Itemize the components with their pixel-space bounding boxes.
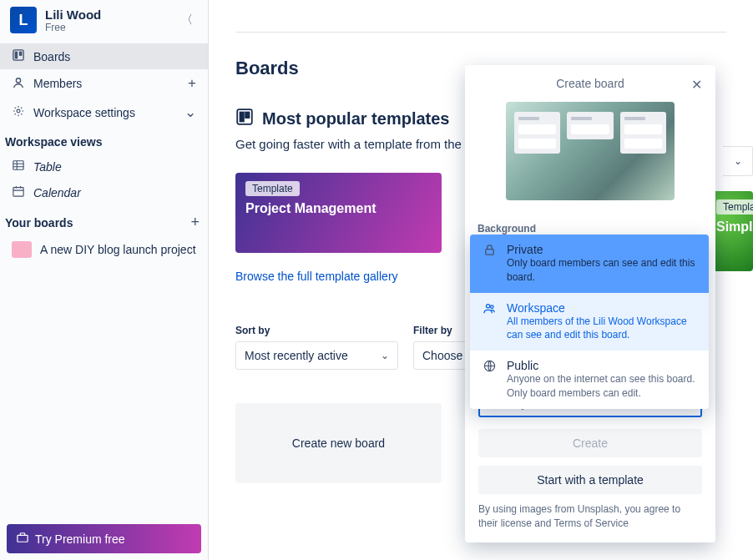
start-template-button[interactable]: Start with a template xyxy=(478,466,702,494)
svg-point-4 xyxy=(17,109,20,113)
browse-templates-link[interactable]: Browse the full template gallery xyxy=(235,270,398,283)
svg-rect-10 xyxy=(245,113,249,119)
popover-header: Create board ✕ xyxy=(478,77,702,90)
preview-list xyxy=(514,112,560,154)
svg-rect-6 xyxy=(13,188,23,197)
svg-rect-1 xyxy=(15,52,18,59)
add-member-button[interactable]: + xyxy=(188,75,196,92)
sort-select[interactable]: Most recently active ⌄ xyxy=(235,341,398,370)
filter-value: Choose a collection xyxy=(422,349,467,362)
sidebar-view-table[interactable]: Table xyxy=(0,154,208,179)
visibility-option-desc: Only board members can see and edit this… xyxy=(507,256,697,285)
popover-title: Create board xyxy=(556,77,624,90)
filter-block: Filter by Choose a collection xyxy=(413,325,467,370)
svg-rect-5 xyxy=(13,161,23,170)
close-icon: ✕ xyxy=(691,78,702,92)
visibility-option-desc: Anyone on the internet can see this boar… xyxy=(507,372,697,401)
sort-value: Most recently active xyxy=(245,349,348,362)
sort-label: Sort by xyxy=(235,325,398,336)
workspace-header: L Lili Wood Free 〈 xyxy=(0,0,208,43)
sidebar-section-views: Workspace views xyxy=(0,127,208,154)
sort-block: Sort by Most recently active ⌄ xyxy=(235,325,398,370)
popover-fine-print: By using images from Unsplash, you agree… xyxy=(478,502,702,531)
sidebar-section-boards-label: Your boards xyxy=(5,216,73,230)
template-title: Simple xyxy=(716,219,743,235)
visibility-option-workspace[interactable]: Workspace All members of the Lili Wood W… xyxy=(470,293,709,351)
template-badge: Template xyxy=(716,199,753,214)
sidebar-view-calendar[interactable]: Calendar xyxy=(0,179,208,205)
popover-close-button[interactable]: ✕ xyxy=(688,73,705,96)
briefcase-icon xyxy=(17,532,28,546)
filter-select[interactable]: Choose a collection xyxy=(413,341,467,370)
chevron-left-icon: 〈 xyxy=(181,13,193,26)
svg-point-13 xyxy=(490,305,493,308)
try-premium-label: Try Premium free xyxy=(35,532,125,546)
board-color-swatch xyxy=(12,241,32,258)
sidebar-item-members[interactable]: Members + xyxy=(0,69,208,98)
template-badge: Template xyxy=(245,181,300,196)
sidebar-view-label: Table xyxy=(33,160,62,174)
preview-list xyxy=(620,112,666,154)
chevron-down-icon: ⌄ xyxy=(381,350,389,361)
globe-icon xyxy=(482,360,497,375)
sidebar-board-label: A new DIY blog launch project xyxy=(40,243,196,256)
divider xyxy=(235,32,726,33)
visibility-dropdown: Private Only board members can see and e… xyxy=(470,235,709,409)
table-icon xyxy=(12,159,25,174)
sidebar-view-label: Calendar xyxy=(33,186,81,199)
sidebar-item-settings[interactable]: Workspace settings ⌄ xyxy=(0,98,208,127)
visibility-option-title: Public xyxy=(507,359,697,372)
svg-rect-9 xyxy=(240,113,244,122)
template-card-project-management[interactable]: Template Project Management xyxy=(235,173,442,253)
background-label: Background xyxy=(478,223,536,235)
try-premium-button[interactable]: Try Premium free xyxy=(7,524,201,553)
people-icon xyxy=(482,302,497,317)
create-button-label: Create xyxy=(573,436,608,450)
sidebar-section-boards: Your boards + xyxy=(0,205,208,236)
svg-rect-7 xyxy=(18,535,28,542)
create-button[interactable]: Create xyxy=(478,429,702,457)
board-icon xyxy=(12,49,25,63)
svg-point-12 xyxy=(486,304,489,307)
visibility-option-private[interactable]: Private Only board members can see and e… xyxy=(470,235,709,293)
svg-rect-11 xyxy=(485,250,493,255)
preview-list xyxy=(567,112,613,139)
create-new-board-label: Create new board xyxy=(292,436,385,450)
sidebar-collapse-button[interactable]: 〈 xyxy=(176,8,198,33)
workspace-plan: Free xyxy=(45,22,168,33)
add-board-button[interactable]: + xyxy=(190,214,200,231)
start-template-label: Start with a template xyxy=(537,473,644,487)
filter-label: Filter by xyxy=(413,325,467,336)
workspace-badge: L xyxy=(10,7,37,33)
visibility-option-desc: All members of the Lili Wood Workspace c… xyxy=(507,315,697,343)
gear-icon xyxy=(12,105,25,119)
board-bg-preview xyxy=(506,102,675,200)
sidebar-item-label: Boards xyxy=(33,50,70,63)
template-icon xyxy=(235,108,254,130)
template-title: Project Management xyxy=(245,201,432,216)
workspace-name-block: Lili Wood Free xyxy=(45,8,168,33)
sidebar-item-boards[interactable]: Boards xyxy=(0,43,208,69)
visibility-option-title: Workspace xyxy=(507,301,697,315)
members-icon xyxy=(12,77,25,91)
sidebar: L Lili Wood Free 〈 Boards Members + Work… xyxy=(0,0,209,560)
lock-icon xyxy=(482,244,497,259)
svg-point-3 xyxy=(16,78,20,82)
collection-filter-peek[interactable]: ⌄ xyxy=(723,146,753,176)
visibility-option-title: Private xyxy=(507,243,697,256)
sidebar-item-label: Workspace settings xyxy=(33,106,135,119)
svg-rect-2 xyxy=(19,52,23,56)
chevron-down-icon: ⌄ xyxy=(184,103,196,121)
sidebar-section-views-label: Workspace views xyxy=(5,135,102,149)
sidebar-item-label: Members xyxy=(33,77,82,90)
sidebar-bottom: Try Premium free xyxy=(0,517,208,560)
templates-section-title: Most popular templates xyxy=(262,109,449,129)
workspace-name: Lili Wood xyxy=(45,8,168,22)
sidebar-board-item[interactable]: A new DIY blog launch project xyxy=(0,236,208,263)
calendar-icon xyxy=(12,185,25,199)
create-new-board-tile[interactable]: Create new board xyxy=(235,403,442,483)
chevron-down-icon: ⌄ xyxy=(734,155,742,167)
visibility-option-public[interactable]: Public Anyone on the internet can see th… xyxy=(470,351,709,409)
